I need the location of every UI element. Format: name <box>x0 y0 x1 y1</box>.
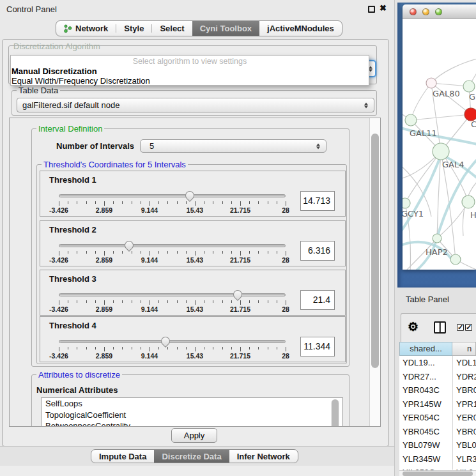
column-header-shared[interactable]: shared... <box>399 342 452 356</box>
slider-tick <box>150 251 150 256</box>
zoom-traffic-light[interactable] <box>435 8 442 15</box>
table-panel-title: Table Panel <box>406 295 449 304</box>
table-row[interactable]: YPR145WYPR1 <box>399 398 476 412</box>
table-row[interactable]: YDL19...YDL1 <box>399 357 476 371</box>
node-table[interactable]: YDL19...YDL1YDR27...YDR2YBR043CYBR0YPR14… <box>399 342 476 470</box>
slider-tick <box>258 300 259 303</box>
horizontal-scrollbar[interactable] <box>399 470 476 476</box>
gear-icon[interactable]: ⚙ <box>408 319 418 334</box>
tab-label: Impute Data <box>99 452 146 461</box>
table-data-combo[interactable]: galFiltered.sif default node <box>17 98 374 112</box>
cell-name: YER0 <box>456 413 476 422</box>
threshold-value-field[interactable]: 14.713 <box>300 191 335 211</box>
group-title: Threshold's Coordinates for 5 Intervals <box>42 160 188 169</box>
slider-tick <box>113 300 114 303</box>
slider-thumb[interactable] <box>123 239 135 252</box>
close-traffic-light[interactable] <box>410 8 417 15</box>
slider-tick <box>213 347 213 349</box>
slider-tick <box>132 251 132 254</box>
tab-label: Infer Network <box>237 452 290 461</box>
columns-icon[interactable] <box>434 321 446 334</box>
tab-jactivemnodules[interactable]: jActiveMNodules <box>259 21 342 36</box>
cell-shared-name: YER054C <box>403 413 440 422</box>
slider-tick <box>59 300 59 305</box>
list-item[interactable]: BetweennessCentrality <box>42 420 342 427</box>
slider-tick <box>258 201 259 204</box>
cell-shared-name: YDR27... <box>403 372 436 381</box>
algorithm-dropdown-popup: Select algorithm to view settings Manual… <box>10 55 369 86</box>
close-icon[interactable]: ✖ <box>380 3 387 13</box>
slider-track[interactable] <box>59 293 286 296</box>
list-item[interactable]: TopologicalCoefficient <box>42 410 342 421</box>
float-window-icon[interactable] <box>368 6 375 13</box>
threshold-value-field[interactable]: 21.4 <box>300 290 335 310</box>
numerical-attributes-list[interactable]: SelfLoopsTopologicalCoefficientBetweenne… <box>41 397 343 427</box>
network-window-titlebar <box>403 4 476 19</box>
tab-label: Network <box>75 24 108 33</box>
vertical-scrollbar[interactable] <box>369 118 380 426</box>
threshold-label: Threshold 1 <box>49 175 96 185</box>
threshold-value-field[interactable]: 6.316 <box>300 241 335 261</box>
table-row[interactable]: YLR345WYLR3 <box>399 453 476 467</box>
tick-label: 9.144 <box>141 305 158 313</box>
column-header-name[interactable]: n <box>452 342 476 356</box>
tab-style[interactable]: Style <box>116 21 151 36</box>
control-panel-titlebar: Control Panel ✖ <box>0 0 394 18</box>
threshold-label: Threshold 2 <box>49 225 96 234</box>
window-title: Control Panel <box>6 4 57 14</box>
network-canvas[interactable]: GAL80G.CGAL11GAL4GCY1HHAP2 <box>403 19 476 270</box>
slider-tick <box>95 347 96 349</box>
list-item[interactable]: SelfLoops <box>42 398 342 410</box>
minimize-traffic-light[interactable] <box>422 8 429 15</box>
tick-label: -3.426 <box>49 256 68 264</box>
tab-cyni-toolbox[interactable]: Cyni Toolbox <box>192 21 259 36</box>
checkbox-icon[interactable]: ✓ <box>457 324 464 331</box>
slider-tick <box>231 251 232 254</box>
slider-tick <box>177 201 178 204</box>
tab-select[interactable]: Select <box>152 21 192 36</box>
checkbox-icon[interactable]: ✓ <box>465 324 472 331</box>
threshold-panel-1: Threshold 1-3.4262.8599.14415.4321.71528… <box>40 171 346 217</box>
slider-thumb[interactable] <box>159 335 172 348</box>
slider-track[interactable] <box>59 340 286 343</box>
number-of-intervals-label: Number of Intervals <box>56 141 134 151</box>
apply-button[interactable]: Apply <box>171 428 217 443</box>
popup-item-manual[interactable]: Manual Discretization <box>12 66 97 76</box>
combo-arrows-icon <box>364 102 368 108</box>
popup-item-equal-width[interactable]: Equal Width/Frequency Discretization <box>12 76 150 86</box>
svg-text:GAL4: GAL4 <box>442 160 464 169</box>
table-row[interactable]: YER054CYER0 <box>399 411 476 426</box>
slider-thumb[interactable] <box>231 288 244 301</box>
slider-track[interactable] <box>59 244 286 247</box>
tick-label: -3.426 <box>49 305 68 313</box>
slider-thumb[interactable] <box>183 189 196 202</box>
slider-tick <box>104 251 105 256</box>
threshold-value-field[interactable]: 11.344 <box>300 337 335 357</box>
list-scrollbar[interactable] <box>331 399 339 427</box>
scrollbar-thumb[interactable] <box>371 134 379 368</box>
table-row[interactable]: YBL079WYBL0 <box>399 439 476 453</box>
table-row[interactable]: YBR043CYBR0 <box>399 384 476 398</box>
table-row[interactable]: YDR27...YDR2 <box>399 371 476 385</box>
cell-name: YBR0 <box>456 427 476 436</box>
control-panel-window: Control Panel ✖ NetworkStyleSelectCyni T… <box>0 0 395 476</box>
slider-tick <box>249 201 250 204</box>
number-of-intervals-spinner[interactable]: 5 <box>140 139 326 153</box>
slider-tick <box>77 251 77 254</box>
tab-infer-network[interactable]: Infer Network <box>229 450 298 463</box>
cell-name: YBL0 <box>456 440 476 450</box>
slider-tick <box>167 347 168 349</box>
bottom-zone2 <box>0 466 394 476</box>
slider-tick <box>104 347 105 351</box>
tab-impute-data[interactable]: Impute Data <box>91 450 154 463</box>
tab-network[interactable]: Network <box>56 21 116 36</box>
tab-label: Select <box>160 24 184 33</box>
threshold-label: Threshold 3 <box>49 274 96 284</box>
tab-discretize-data[interactable]: Discretize Data <box>154 450 229 463</box>
scrollbar-thumb[interactable] <box>403 472 473 476</box>
slider-tick <box>231 347 232 349</box>
table-row[interactable]: YBR045CYBR0 <box>399 426 476 440</box>
slider-tick <box>86 251 87 254</box>
slider-track[interactable] <box>59 194 286 197</box>
slider-tick <box>77 300 77 303</box>
